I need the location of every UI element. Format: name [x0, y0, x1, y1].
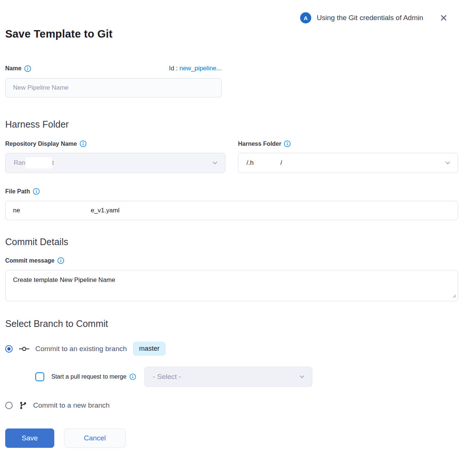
- chevron-down-icon: [299, 373, 305, 380]
- pull-request-label: Start a pull request to merge: [51, 373, 136, 380]
- redacted-text: [25, 157, 52, 168]
- redacted-text: [20, 205, 91, 216]
- repository-label: Repository Display Name: [5, 140, 87, 147]
- name-input[interactable]: [5, 78, 222, 97]
- page-title: Save Template to Git: [5, 28, 458, 40]
- git-credentials-bar: A Using the Git credentials of Admin: [5, 0, 458, 23]
- pull-request-row: Start a pull request to merge - Select -: [35, 367, 458, 387]
- new-branch-option[interactable]: Commit to a new branch: [5, 401, 458, 410]
- target-branch-select[interactable]: - Select -: [144, 367, 312, 387]
- credentials-note: Using the Git credentials of Admin: [317, 14, 423, 22]
- dialog-actions: Save Cancel: [5, 428, 458, 448]
- commit-message-label: Commit message: [5, 257, 64, 264]
- git-branch-icon: [19, 401, 28, 410]
- file-path-input[interactable]: ne e_v1.yaml: [5, 201, 458, 220]
- commit-details-heading: Commit Details: [5, 237, 458, 247]
- harness-folder-select[interactable]: /.h /: [238, 153, 458, 173]
- avatar: A: [300, 12, 311, 23]
- info-icon[interactable]: [57, 257, 64, 264]
- info-icon[interactable]: [80, 140, 87, 147]
- harness-folder-value: /.h /: [247, 157, 444, 168]
- radio-unselected[interactable]: [5, 402, 13, 409]
- cancel-button[interactable]: Cancel: [64, 428, 126, 448]
- radio-selected[interactable]: [5, 345, 13, 353]
- redacted-text: [254, 157, 280, 168]
- name-label: Name: [5, 65, 31, 72]
- save-template-dialog: A Using the Git credentials of Admin Sav…: [0, 0, 476, 456]
- file-path-field: File Path ne e_v1.yaml: [5, 188, 458, 220]
- chevron-down-icon: [212, 160, 218, 166]
- new-branch-label: Commit to a new branch: [33, 401, 110, 410]
- template-id: Id : new_pipeline...: [169, 65, 222, 72]
- existing-branch-label: Commit to an existing branch: [35, 345, 127, 353]
- repository-field: Repository Display Name Ran t: [5, 140, 225, 173]
- pull-request-checkbox[interactable]: [35, 372, 44, 381]
- file-path-label: File Path: [5, 188, 40, 195]
- name-label-row: Name Id : new_pipeline...: [5, 65, 222, 72]
- info-icon[interactable]: [284, 140, 291, 147]
- save-button[interactable]: Save: [5, 428, 54, 448]
- chevron-down-icon: [444, 160, 451, 166]
- repository-select: Ran t: [5, 153, 225, 173]
- info-icon[interactable]: [24, 65, 31, 72]
- select-branch-heading: Select Branch to Commit: [5, 318, 458, 329]
- harness-folder-label: Harness Folder: [238, 140, 291, 147]
- branch-name-chip[interactable]: master: [133, 342, 165, 356]
- git-commit-icon: [19, 345, 30, 353]
- commit-message-field: Commit message Create template New Pipel…: [5, 257, 458, 301]
- repository-value: Ran t: [14, 157, 212, 168]
- existing-branch-option[interactable]: Commit to an existing branch master: [5, 342, 458, 356]
- close-icon[interactable]: [440, 14, 448, 22]
- commit-message-input[interactable]: Create template New Pipeline Name: [5, 270, 458, 301]
- harness-folder-field: Harness Folder /.h /: [238, 140, 458, 173]
- info-icon[interactable]: [129, 373, 136, 380]
- info-icon[interactable]: [33, 188, 40, 195]
- template-id-link[interactable]: new_pipeline...: [180, 65, 222, 72]
- harness-folder-heading: Harness Folder: [5, 119, 458, 130]
